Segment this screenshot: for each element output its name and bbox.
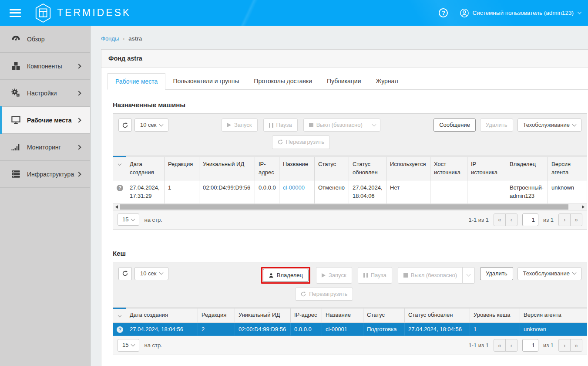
breadcrumb-link-funds[interactable]: Фонды <box>101 35 119 42</box>
refresh-button[interactable] <box>118 119 132 132</box>
select-all-header[interactable] <box>113 308 126 323</box>
owner-button[interactable]: Владелец <box>263 269 309 282</box>
prev-page-button[interactable]: ‹ <box>505 339 517 352</box>
per-page-select[interactable]: 15 <box>118 339 139 351</box>
chevron-down-icon <box>118 162 121 165</box>
column-header[interactable]: Уникальный ИД <box>199 156 255 180</box>
info-circle-icon[interactable]: ? <box>117 185 123 191</box>
scrollbar-thumb[interactable] <box>120 204 568 210</box>
per-page-label: на стр. <box>144 342 162 349</box>
prev-page-button[interactable]: ‹ <box>505 214 517 226</box>
pause-button[interactable]: Пауза <box>263 119 298 132</box>
maintenance-button[interactable]: Техобслуживание <box>517 119 581 132</box>
shutdown-dropdown-button[interactable] <box>462 267 475 284</box>
shutdown-dropdown-button[interactable] <box>368 119 380 132</box>
column-header[interactable]: Название <box>279 156 315 180</box>
refresh-interval-select[interactable]: 10 сек <box>134 119 168 132</box>
column-header[interactable]: Название <box>322 308 363 323</box>
menu-icon[interactable] <box>10 7 21 19</box>
cubes-icon <box>11 61 21 71</box>
column-header[interactable]: Используется <box>386 156 430 180</box>
start-button[interactable]: Запуск <box>316 267 352 284</box>
pause-icon <box>363 273 368 278</box>
chevron-down-icon <box>372 122 376 126</box>
cache-table: Дата создания Редакция Уникальный ИД IP-… <box>113 308 587 336</box>
column-header[interactable]: Хост источника <box>430 156 467 180</box>
scrollbar-track[interactable] <box>120 204 580 210</box>
first-page-button[interactable]: « <box>494 214 506 226</box>
pause-button[interactable]: Пауза <box>358 267 392 284</box>
table-row[interactable]: ? 27.04.2024, 17:31:29 1 02:00:D4:99:D9:… <box>113 180 587 203</box>
table-row-selected[interactable]: ? 27.04.2024, 18:04:56 2 02:00:D4:99:D9:… <box>113 322 587 336</box>
refresh-button[interactable] <box>118 267 132 280</box>
column-header[interactable]: Дата создания <box>126 156 165 180</box>
tab-workplaces[interactable]: Рабочие места <box>108 73 165 90</box>
sidebar-item-settings[interactable]: Настройки <box>0 80 90 107</box>
column-header[interactable]: IP источника <box>467 156 506 180</box>
delete-button[interactable]: Удалить <box>480 267 513 280</box>
machine-link[interactable]: cl-00000 <box>283 184 305 191</box>
shutdown-button[interactable]: Выкл (безопасно) <box>303 119 368 132</box>
cell-status: Отменено <box>315 180 349 203</box>
page-of-label: из 1 <box>543 217 554 223</box>
column-header[interactable]: Уровень кеша <box>470 308 520 323</box>
assigned-machines-table: Дата создания Редакция Уникальный ИД IP-… <box>113 156 587 204</box>
chevron-down-icon <box>118 314 121 317</box>
column-header[interactable]: Владелец <box>506 156 548 180</box>
column-header[interactable]: Редакция <box>165 156 199 180</box>
user-menu[interactable]: Системный пользователь (admin123) <box>460 8 581 18</box>
sidebar-item-infrastructure[interactable]: Инфраструктура <box>0 161 90 188</box>
start-button[interactable]: Запуск <box>222 119 258 132</box>
column-header[interactable]: Статус обновлен <box>405 308 470 323</box>
reboot-button[interactable]: Перезагрузить <box>272 136 330 149</box>
sidebar-item-monitoring[interactable]: Мониторинг <box>0 134 90 161</box>
delete-button[interactable]: Удалить <box>480 119 513 132</box>
column-header[interactable]: Дата создания <box>126 308 198 323</box>
sidebar-item-workplaces[interactable]: Рабочие места <box>0 107 90 134</box>
chevron-right-icon <box>77 90 81 96</box>
next-page-button[interactable]: › <box>558 214 571 226</box>
page-number-input[interactable] <box>522 339 538 352</box>
column-header[interactable]: Статус <box>315 156 349 180</box>
chevron-right-icon <box>77 63 81 69</box>
termidesk-logo-icon <box>34 3 52 23</box>
scroll-right-button[interactable] <box>580 204 587 210</box>
column-header[interactable]: Версия агента <box>520 308 587 323</box>
reboot-button[interactable]: Перезагрузить <box>295 288 353 301</box>
next-page-button[interactable]: › <box>558 339 571 352</box>
select-all-header[interactable] <box>113 156 126 180</box>
shutdown-button[interactable]: Выкл (безопасно) <box>398 267 463 284</box>
tab-users-groups[interactable]: Пользователи и группы <box>165 73 246 90</box>
maintenance-button[interactable]: Техобслуживание <box>517 267 581 280</box>
info-circle-icon[interactable]: ? <box>117 326 123 333</box>
last-page-button[interactable]: » <box>570 214 582 226</box>
message-button[interactable]: Сообщение <box>433 119 476 132</box>
horizontal-scrollbar <box>113 204 587 210</box>
first-page-button[interactable]: « <box>494 339 506 352</box>
sidebar-item-components[interactable]: Компоненты <box>0 53 90 80</box>
table-header-row: Дата создания Редакция Уникальный ИД IP-… <box>113 156 587 180</box>
column-header[interactable]: Статус обновлен <box>349 156 386 180</box>
assigned-machines-title: Назначенные машины <box>113 101 587 108</box>
tab-publications[interactable]: Публикации <box>319 73 368 90</box>
chevron-down-icon <box>467 272 471 277</box>
column-header[interactable]: IP-адрес <box>291 308 322 323</box>
help-icon[interactable]: ? <box>439 8 448 17</box>
tab-journal[interactable]: Журнал <box>368 73 405 90</box>
column-header[interactable]: IP-адрес <box>255 156 279 180</box>
column-header[interactable]: Редакция <box>198 308 235 323</box>
assigned-table-container: Дата создания Редакция Уникальный ИД IP-… <box>113 156 587 204</box>
column-header[interactable]: Уникальный ИД <box>235 308 291 323</box>
sidebar-item-overview[interactable]: Обзор <box>0 26 90 53</box>
per-page-select[interactable]: 15 <box>118 214 139 226</box>
scroll-left-button[interactable] <box>113 204 120 210</box>
user-icon <box>269 273 274 278</box>
tab-delivery-protocols[interactable]: Протоколы доставки <box>246 73 319 90</box>
page-number-input[interactable] <box>522 214 538 226</box>
last-page-button[interactable]: » <box>570 339 582 352</box>
gears-icon <box>11 88 21 98</box>
per-page-label: на стр. <box>144 217 162 223</box>
refresh-interval-select[interactable]: 10 сек <box>134 267 168 280</box>
column-header[interactable]: Статус <box>363 308 405 323</box>
column-header[interactable]: Версия агента <box>548 156 587 180</box>
